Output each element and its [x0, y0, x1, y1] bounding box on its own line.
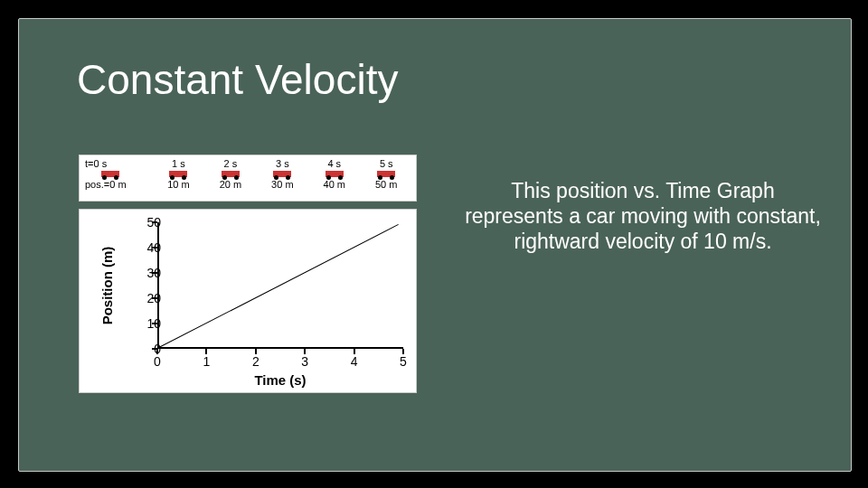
ytick [152, 247, 157, 249]
xtick [304, 349, 306, 354]
timeline-col: 1 s 10 m [153, 158, 204, 203]
xtick [255, 349, 257, 354]
y-axis [157, 222, 159, 349]
slide: Constant Velocity t=0 s pos.=0 m 1 s 10 … [18, 18, 852, 472]
xtick-label: 4 [345, 354, 363, 369]
position-time-chart: Position (m) Time (s) 0 10 20 30 40 50 0… [79, 209, 417, 393]
timeline-col: 2 s 20 m [204, 158, 256, 203]
timeline-col: 4 s 40 m [308, 158, 360, 203]
xtick-label: 1 [197, 354, 215, 369]
timeline-time: 5 s [361, 158, 412, 169]
xtick-label: 5 [394, 354, 412, 369]
xtick-label: 0 [148, 354, 166, 369]
timeline-time: 2 s [204, 158, 256, 169]
car-timeline: t=0 s pos.=0 m 1 s 10 m 2 s 20 m 3 s 30 … [79, 155, 417, 202]
timeline-time: 3 s [257, 158, 308, 169]
car-icon [222, 171, 240, 177]
chart-plot-area [157, 222, 403, 349]
timeline-columns: t=0 s pos.=0 m 1 s 10 m 2 s 20 m 3 s 30 … [83, 158, 412, 203]
timeline-col: 3 s 30 m [257, 158, 308, 203]
x-axis [157, 347, 403, 349]
timeline-pos: 50 m [361, 179, 412, 190]
slide-title: Constant Velocity [77, 55, 398, 104]
xtick [205, 349, 207, 354]
ytick [152, 323, 157, 324]
timeline-col: 5 s 50 m [361, 158, 412, 203]
chart-xlabel: Time (s) [157, 372, 403, 388]
xtick [354, 349, 355, 354]
timeline-pos: 30 m [257, 179, 308, 190]
timeline-time: t=0 s [85, 158, 153, 169]
xtick [402, 349, 404, 354]
car-icon [377, 171, 395, 177]
xtick-label: 3 [296, 354, 314, 369]
xtick-label: 2 [247, 354, 265, 369]
timeline-pos: 20 m [204, 179, 256, 190]
car-icon [273, 171, 291, 177]
ytick [152, 297, 157, 299]
timeline-col: t=0 s pos.=0 m [83, 158, 153, 203]
ytick [152, 272, 157, 274]
car-icon [169, 171, 187, 177]
chart-ylabel: Position (m) [99, 247, 115, 325]
timeline-pos: pos.=0 m [85, 179, 153, 190]
description-text: This position vs. Time Graph represents … [462, 178, 824, 254]
chart-line [157, 224, 399, 349]
ytick [152, 221, 157, 223]
timeline-time: 1 s [153, 158, 204, 169]
timeline-pos: 40 m [308, 179, 360, 190]
timeline-time: 4 s [308, 158, 360, 169]
car-icon [326, 171, 344, 177]
car-icon [101, 171, 119, 177]
xtick [156, 349, 158, 354]
timeline-pos: 10 m [153, 179, 204, 190]
